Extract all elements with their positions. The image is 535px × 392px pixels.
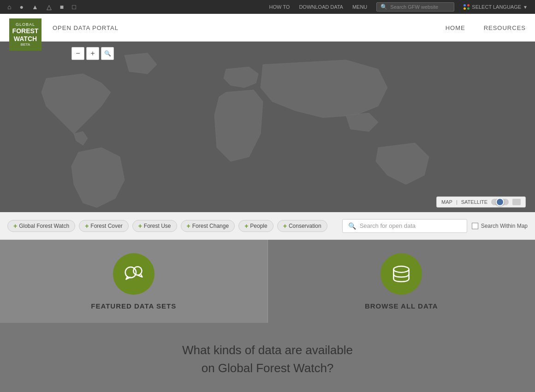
logo-area: GLOBAL FOREST WATCH BETA OPEN DATA PORTA… bbox=[9, 12, 119, 44]
how-to-link[interactable]: HOW TO bbox=[269, 4, 290, 10]
logo-forest-text: FOREST bbox=[12, 27, 39, 35]
resources-nav-link[interactable]: RESOURCES bbox=[484, 24, 526, 31]
map-area[interactable]: − + 🔍 MAP | SATELLITE bbox=[0, 42, 535, 212]
tag-plus-icon: + bbox=[85, 222, 89, 230]
satellite-label: SATELLITE bbox=[461, 199, 487, 205]
search-within-map[interactable]: Search Within Map bbox=[472, 223, 528, 229]
tag-plus-icon: + bbox=[13, 222, 17, 230]
svg-point-2 bbox=[133, 267, 142, 275]
open-data-search-icon: 🔍 bbox=[348, 222, 356, 230]
database-icon bbox=[390, 262, 413, 285]
what-kinds-title: What kinds of data are available on Glob… bbox=[9, 341, 526, 377]
open-data-search-input[interactable] bbox=[360, 222, 461, 229]
home-nav-link[interactable]: HOME bbox=[446, 24, 465, 31]
forest-use-filter-tag[interactable]: + Forest Use bbox=[132, 220, 177, 232]
language-selector[interactable]: SELECT LANGUAGE ▼ bbox=[464, 4, 528, 10]
search-within-checkbox[interactable] bbox=[472, 223, 478, 229]
filter-bar: + Global Forest Watch + Forest Cover + F… bbox=[0, 212, 535, 240]
top-search[interactable]: 🔍 bbox=[376, 2, 454, 12]
forest-use-tag-label: Forest Use bbox=[144, 223, 171, 229]
chevron-down-icon: ▼ bbox=[523, 5, 528, 10]
map-toggle-knob bbox=[496, 198, 504, 206]
portal-label: OPEN DATA PORTAL bbox=[53, 24, 119, 31]
browse-all-data-button[interactable]: BROWSE ALL DATA bbox=[268, 240, 535, 323]
fire-icon[interactable]: △ bbox=[47, 3, 52, 11]
download-data-link[interactable]: DOWNLOAD DATA bbox=[299, 4, 343, 10]
featured-datasets-label: FEATURED DATA SETS bbox=[91, 302, 176, 310]
map-label: MAP bbox=[441, 199, 452, 205]
featured-datasets-button[interactable]: FEATURED DATA SETS bbox=[0, 240, 268, 323]
search-location-button[interactable]: 🔍 bbox=[101, 47, 114, 60]
browse-all-data-label: BROWSE ALL DATA bbox=[365, 302, 438, 310]
people-tag-label: People bbox=[250, 223, 267, 229]
chat-bubbles-icon bbox=[122, 262, 145, 285]
globe-icon[interactable]: ● bbox=[19, 3, 23, 11]
language-label: SELECT LANGUAGE bbox=[472, 4, 521, 10]
search-within-label: Search Within Map bbox=[481, 223, 528, 229]
forest-cover-filter-tag[interactable]: + Forest Cover bbox=[79, 220, 129, 232]
filter-tags: + Global Forest Watch + Forest Cover + F… bbox=[7, 220, 327, 232]
map-type-separator: | bbox=[456, 199, 458, 205]
logo-watch-text: WATCH bbox=[14, 35, 37, 43]
zoom-out-button[interactable]: − bbox=[71, 47, 84, 60]
featured-datasets-icon bbox=[113, 253, 155, 295]
map-type-toggle[interactable]: MAP | SATELLITE bbox=[436, 196, 526, 208]
conservation-filter-tag[interactable]: + Conservation bbox=[277, 220, 327, 232]
main-header: GLOBAL FOREST WATCH BETA OPEN DATA PORTA… bbox=[0, 14, 535, 42]
google-dots bbox=[464, 4, 470, 10]
gfw-logo[interactable]: GLOBAL FOREST WATCH BETA bbox=[9, 18, 42, 51]
home-icon[interactable]: ⌂ bbox=[7, 3, 11, 11]
people-filter-tag[interactable]: + People bbox=[238, 220, 273, 232]
content-area: FEATURED DATA SETS BROWSE ALL DATA What … bbox=[0, 240, 535, 392]
map-toggle-box[interactable] bbox=[512, 199, 521, 205]
world-map-svg bbox=[0, 42, 535, 212]
zoom-in-button[interactable]: + bbox=[86, 47, 99, 60]
gfw-filter-tag[interactable]: + Global Forest Watch bbox=[7, 220, 75, 232]
tag-plus-icon: + bbox=[187, 222, 190, 230]
logo-global-text: GLOBAL bbox=[16, 22, 35, 27]
tag-plus-icon: + bbox=[244, 222, 248, 230]
search-bar: 🔍 Search Within Map bbox=[342, 219, 528, 233]
forest-change-tag-label: Forest Change bbox=[192, 223, 229, 229]
search-icon: 🔍 bbox=[380, 4, 387, 10]
forest-cover-tag-label: Forest Cover bbox=[90, 223, 122, 229]
tag-plus-icon: + bbox=[283, 222, 287, 230]
car-icon[interactable]: ■ bbox=[60, 3, 64, 11]
search-input[interactable] bbox=[390, 4, 450, 10]
svg-point-3 bbox=[394, 266, 409, 272]
map-controls: − + 🔍 bbox=[71, 47, 114, 60]
featured-section: FEATURED DATA SETS BROWSE ALL DATA bbox=[0, 240, 535, 323]
browse-all-data-icon bbox=[380, 253, 422, 295]
menu-link[interactable]: MENU bbox=[352, 4, 367, 10]
forest-change-filter-tag[interactable]: + Forest Change bbox=[181, 220, 235, 232]
conservation-tag-label: Conservation bbox=[289, 223, 321, 229]
map-type-slider[interactable] bbox=[491, 199, 509, 205]
logo-beta-text: BETA bbox=[20, 42, 30, 47]
people-icon[interactable]: ▲ bbox=[32, 3, 38, 11]
tag-plus-icon: + bbox=[138, 222, 142, 230]
header-navigation: HOME RESOURCES bbox=[446, 24, 526, 31]
top-nav-right: HOW TO DOWNLOAD DATA MENU 🔍 SELECT LANGU… bbox=[269, 2, 528, 12]
doc-icon[interactable]: □ bbox=[72, 3, 76, 11]
search-input-wrap[interactable]: 🔍 bbox=[342, 219, 467, 233]
gfw-tag-label: Global Forest Watch bbox=[19, 223, 69, 229]
what-kinds-section: What kinds of data are available on Glob… bbox=[0, 323, 535, 392]
top-nav-icons: ⌂ ● ▲ △ ■ □ bbox=[7, 3, 76, 11]
